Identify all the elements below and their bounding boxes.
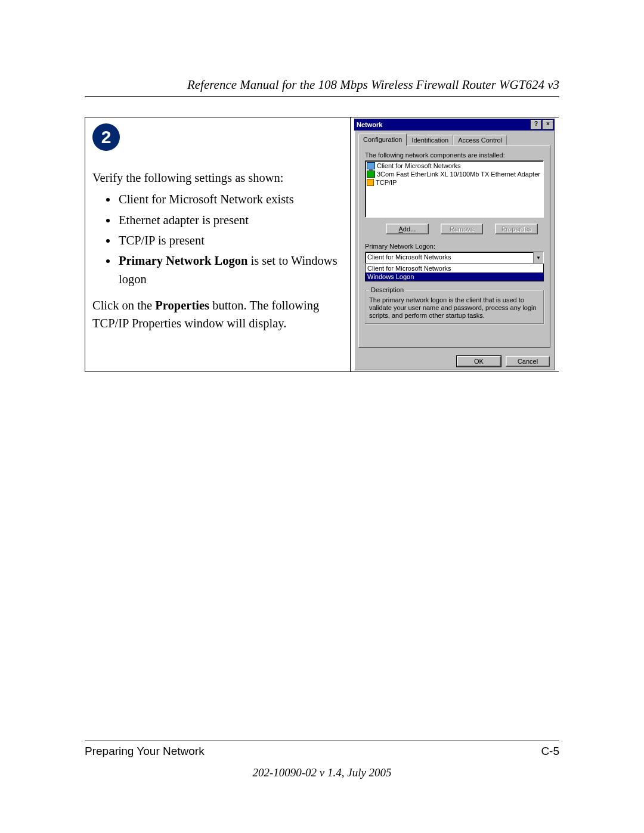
description-text: The primary network logon is the client …	[369, 296, 537, 319]
instruction-column: 2 Verify the following settings as shown…	[85, 117, 351, 371]
network-dialog: Network ? × Configuration Identification…	[354, 119, 555, 370]
bullet-primary-logon-bold: Primary Network Logon	[119, 254, 247, 267]
list-item[interactable]: TCP/IP	[367, 178, 542, 187]
list-item[interactable]: Client for Microsoft Networks	[367, 162, 542, 170]
after-part1: Click on the	[92, 299, 155, 312]
bullet-client: Client for Microsoft Network exists	[117, 190, 345, 208]
step-number-badge: 2	[92, 123, 120, 151]
page-header-title: Reference Manual for the 108 Mbps Wirele…	[85, 78, 559, 92]
primary-logon-value: Client for Microsoft Networks	[366, 252, 533, 263]
dialog-titlebar[interactable]: Network ? ×	[354, 119, 555, 131]
add-button[interactable]: Add...	[386, 224, 429, 234]
bullet-adapter: Ethernet adapter is present	[117, 211, 345, 229]
chevron-down-icon[interactable]: ▼	[533, 252, 543, 263]
tab-access-control[interactable]: Access Control	[453, 135, 507, 145]
after-bold: Properties	[155, 299, 209, 312]
footer-rule	[85, 741, 559, 741]
tab-strip: Configuration Identification Access Cont…	[358, 134, 550, 145]
ok-button[interactable]: OK	[457, 356, 501, 367]
components-listbox[interactable]: Client for Microsoft Networks 3Com Fast …	[365, 160, 544, 218]
header-rule	[85, 96, 559, 97]
instruction-text: Verify the following settings as shown: …	[92, 169, 345, 333]
dialog-body: Configuration Identification Access Cont…	[354, 131, 555, 370]
bullet-primary-logon: Primary Network Logon is set to Windows …	[117, 252, 345, 288]
remove-button[interactable]: Remove	[441, 224, 484, 234]
combo-option-client[interactable]: Client for Microsoft Networks	[366, 264, 543, 272]
primary-logon-label: Primary Network Logon:	[365, 243, 544, 250]
instruction-intro: Verify the following settings as shown:	[92, 169, 345, 187]
list-item[interactable]: 3Com Fast EtherLink XL 10/100Mb TX Ether…	[367, 170, 542, 178]
page-footer: Preparing Your Network C-5 202-10090-02 …	[85, 741, 559, 779]
titlebar-help-button[interactable]: ?	[531, 120, 541, 129]
tab-identification[interactable]: Identification	[407, 135, 453, 145]
footer-doc-id: 202-10090-02 v 1.4, July 2005	[85, 766, 559, 779]
footer-section: Preparing Your Network	[85, 745, 205, 758]
bullet-tcpip: TCP/IP is present	[117, 231, 345, 249]
components-label: The following network components are ins…	[365, 151, 544, 159]
titlebar-close-button[interactable]: ×	[543, 120, 553, 129]
description-groupbox: Description The primary network logon is…	[365, 290, 544, 324]
list-item-label: TCP/IP	[376, 178, 397, 187]
instruction-after: Click on the Properties button. The foll…	[92, 296, 345, 333]
screenshot-column: Network ? × Configuration Identification…	[351, 117, 559, 371]
footer-page-number: C-5	[541, 745, 559, 758]
dialog-title: Network	[357, 121, 382, 128]
tab-configuration[interactable]: Configuration	[358, 134, 407, 145]
cancel-button[interactable]: Cancel	[506, 356, 550, 367]
combo-option-windows-logon[interactable]: Windows Logon	[366, 272, 543, 281]
add-button-rest: dd...	[403, 225, 416, 233]
tab-panel-configuration: The following network components are ins…	[358, 145, 550, 348]
properties-button[interactable]: Properties	[495, 224, 538, 234]
description-legend: Description	[369, 286, 405, 294]
step-panel: 2 Verify the following settings as shown…	[85, 117, 559, 372]
list-item-label: 3Com Fast EtherLink XL 10/100Mb TX Ether…	[377, 170, 540, 178]
primary-logon-combo[interactable]: Client for Microsoft Networks ▼	[365, 252, 544, 264]
protocol-icon	[367, 179, 374, 186]
adapter-icon	[367, 171, 375, 178]
client-icon	[367, 162, 375, 169]
primary-logon-dropdown[interactable]: Client for Microsoft Networks Windows Lo…	[365, 264, 544, 281]
list-item-label: Client for Microsoft Networks	[377, 162, 461, 170]
